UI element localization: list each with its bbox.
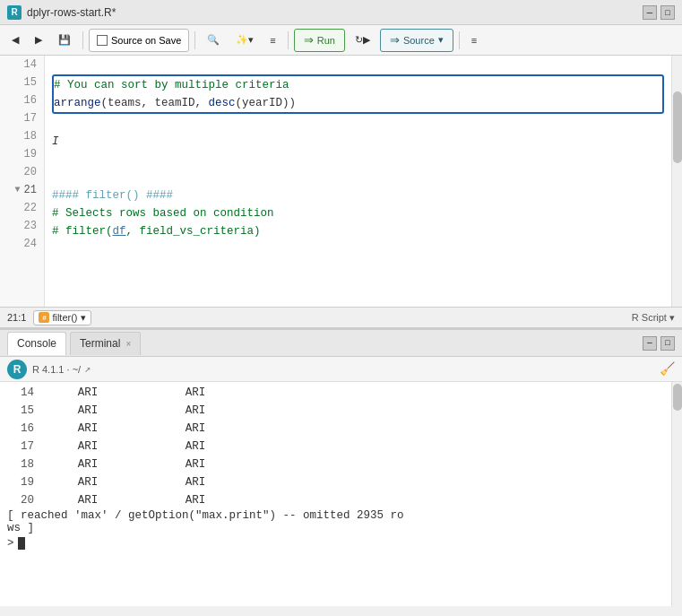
editor-toolbar: ◀ ▶ 💾 Source on Save 🔍 ✨▾ ≡ ⇒ Run ↻▶ ⇒ S… <box>0 25 682 56</box>
code-line-23: # filter(df, field_vs_criteria) <box>52 222 664 240</box>
console-tab-controls: ─ □ <box>643 336 675 351</box>
line-18: 18 <box>0 127 44 145</box>
format-icon: ≡ <box>471 35 477 46</box>
code-line-18: I <box>52 133 664 151</box>
line-20: 20 <box>0 163 44 181</box>
line-19: 19 <box>0 145 44 163</box>
tab-terminal[interactable]: Terminal × <box>70 332 141 355</box>
minimize-button[interactable]: ─ <box>643 5 657 20</box>
editor-scrollbar-thumb[interactable] <box>673 91 682 163</box>
format-button[interactable]: ≡ <box>465 29 483 52</box>
fold-arrow-icon[interactable]: ▼ <box>15 181 21 199</box>
separator-4 <box>459 31 460 49</box>
source-button[interactable]: ⇒ Source ▾ <box>380 29 453 52</box>
source-dropdown-icon: ▾ <box>438 34 444 46</box>
run-button[interactable]: ⇒ Run <box>294 29 345 52</box>
console-body-wrapper: 14 ARI ARI 15 ARI ARI 16 ARI ARI 17 ARI … <box>0 382 682 606</box>
console-body[interactable]: 14 ARI ARI 15 ARI ARI 16 ARI ARI 17 ARI … <box>0 382 671 606</box>
magic-icon: ✨▾ <box>236 34 254 46</box>
line-24: 24 <box>0 235 44 253</box>
separator-1 <box>82 31 83 49</box>
code-line-17 <box>52 115 664 133</box>
line-numbers: 14 15 16 17 18 19 20 ▼ 21 22 23 24 <box>0 56 45 307</box>
prompt-cursor <box>18 537 25 550</box>
highlight-block: # You can sort by multiple criteria arra… <box>52 74 664 114</box>
console-line-18: 18 ARI ARI <box>7 455 664 473</box>
separator-3 <box>288 31 289 49</box>
run-arrow-icon: ⇒ <box>304 33 314 47</box>
code-line-24 <box>52 240 664 258</box>
magic-button[interactable]: ✨▾ <box>229 29 260 52</box>
console-line-15: 15 ARI ARI <box>7 402 664 420</box>
line-14: 14 <box>0 56 44 74</box>
run-label: Run <box>317 35 335 46</box>
window-controls: ─ □ <box>643 5 675 20</box>
line-16: 16 <box>0 91 44 109</box>
tab-console[interactable]: Console <box>7 332 66 355</box>
text-cursor: I <box>52 133 59 151</box>
code-line-19 <box>52 151 664 169</box>
status-bar: 21:1 # filter() ▾ R Script ▾ <box>0 307 682 328</box>
grid-icon: ≡ <box>270 35 275 46</box>
console-tabs: Console Terminal × ─ □ <box>0 330 682 357</box>
console-toolbar: R R 4.1.1 · ~/ ↗ 🧹 <box>0 357 682 382</box>
tab-console-label: Console <box>17 337 56 350</box>
section-label: filter() <box>52 312 77 323</box>
console-omit-message: [ reached 'max' / getOption("max.print")… <box>7 509 664 534</box>
console-line-14: 14 ARI ARI <box>7 384 664 402</box>
window-title: dplyr-rows-start.R* <box>27 6 643 19</box>
source-arrow-icon: ⇒ <box>390 33 400 47</box>
brush-icon[interactable]: 🧹 <box>660 361 675 377</box>
source-on-save-button[interactable]: Source on Save <box>89 29 189 52</box>
console-line-17: 17 ARI ARI <box>7 438 664 455</box>
console-minimize-button[interactable]: ─ <box>643 336 657 351</box>
code-line-22: # Selects rows based on condition <box>52 204 664 222</box>
app-icon: R <box>7 5 22 20</box>
line-22: 22 <box>0 199 44 217</box>
rerun-button[interactable]: ↻▶ <box>349 29 376 52</box>
back-button[interactable]: ◀ <box>5 29 25 52</box>
maximize-button[interactable]: □ <box>660 5 675 20</box>
grid-button[interactable]: ≡ <box>263 29 281 52</box>
console-line-16: 16 ARI ARI <box>7 420 664 438</box>
separator-2 <box>194 31 195 49</box>
console-container: Console Terminal × ─ □ R R 4.1.1 · ~/ ↗ … <box>0 328 682 606</box>
r-logo: R <box>7 360 27 379</box>
console-line-19: 19 ARI ARI <box>7 473 664 491</box>
console-prompt[interactable]: > <box>7 534 664 552</box>
link-icon[interactable]: ↗ <box>84 362 91 376</box>
line-15: 15 <box>0 74 44 91</box>
section-hash-icon: # <box>39 312 49 323</box>
code-line-16: arrange(teams, teamID, desc(yearID)) <box>54 94 662 112</box>
section-selector[interactable]: # filter() ▾ <box>33 310 91 325</box>
editor-area: 14 15 16 17 18 19 20 ▼ 21 22 23 24 # You… <box>0 56 682 307</box>
code-line-15: # You can sort by multiple criteria <box>54 76 662 94</box>
search-button[interactable]: 🔍 <box>201 29 226 52</box>
line-17: 17 <box>0 109 44 127</box>
line-21: ▼ 21 <box>0 181 44 199</box>
title-bar: R dplyr-rows-start.R* ─ □ <box>0 0 682 25</box>
section-dropdown-icon: ▾ <box>81 312 86 324</box>
rerun-icon: ↻▶ <box>355 34 370 46</box>
console-maximize-button[interactable]: □ <box>660 336 675 351</box>
script-type[interactable]: R Script ▾ <box>632 312 675 324</box>
save-button[interactable]: 💾 <box>52 29 77 52</box>
console-line-20: 20 ARI ARI <box>7 491 664 509</box>
prompt-char: > <box>7 537 14 550</box>
source-on-save-checkbox <box>97 35 108 46</box>
source-on-save-label: Source on Save <box>111 35 181 46</box>
forward-button[interactable]: ▶ <box>29 29 48 52</box>
editor-scrollbar[interactable] <box>671 56 682 307</box>
console-scrollbar-thumb[interactable] <box>673 384 682 411</box>
cursor-position: 21:1 <box>7 312 26 323</box>
source-label: Source <box>403 35 435 46</box>
line-23: 23 <box>0 217 44 235</box>
code-line-21: #### filter() #### <box>52 187 664 204</box>
tab-terminal-close[interactable]: × <box>125 339 131 349</box>
search-icon: 🔍 <box>207 34 220 46</box>
console-scrollbar[interactable] <box>671 382 682 606</box>
code-line-20 <box>52 169 664 187</box>
r-version: R 4.1.1 · ~/ <box>32 364 81 375</box>
code-area[interactable]: # You can sort by multiple criteria arra… <box>45 56 671 307</box>
code-line-14 <box>52 56 664 74</box>
